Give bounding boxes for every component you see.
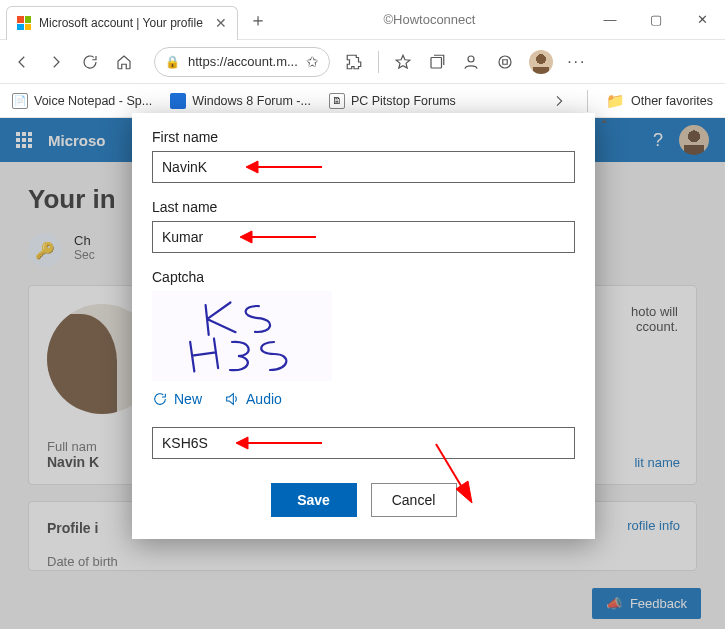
address-bar[interactable]: 🔒 https://account.m... ✩: [154, 47, 330, 77]
new-tab-button[interactable]: ＋: [244, 6, 272, 34]
shopping-button[interactable]: [495, 52, 515, 72]
account-button[interactable]: [461, 52, 481, 72]
bookmark-voice-notepad[interactable]: 📄 Voice Notepad - Sp...: [12, 93, 152, 109]
star-add-icon[interactable]: ✩: [306, 53, 319, 71]
url-text: https://account.m...: [188, 54, 298, 69]
profile-avatar[interactable]: [529, 50, 553, 74]
minimize-button[interactable]: —: [587, 0, 633, 40]
bookmarks-overflow-button[interactable]: [549, 91, 569, 111]
save-button[interactable]: Save: [271, 483, 357, 517]
captcha-audio-label: Audio: [246, 391, 282, 407]
page-icon: 📄: [12, 93, 28, 109]
maximize-button[interactable]: ▢: [633, 0, 679, 40]
captcha-audio-link[interactable]: Audio: [224, 391, 282, 407]
tab-title: Microsoft account | Your profile: [39, 16, 203, 30]
cancel-button[interactable]: Cancel: [371, 483, 457, 517]
scroll-up-icon[interactable]: ▴: [597, 113, 611, 127]
window-controls: — ▢ ✕: [587, 0, 725, 40]
captcha-new-label: New: [174, 391, 202, 407]
toolbar-divider: [378, 51, 379, 73]
last-name-input[interactable]: [152, 221, 575, 253]
file-icon: 🗎: [329, 93, 345, 109]
bookmark-windows8-forum[interactable]: Windows 8 Forum -...: [170, 93, 311, 109]
other-favorites-button[interactable]: 📁 Other favorites: [606, 92, 713, 110]
refresh-button[interactable]: [80, 52, 100, 72]
svg-point-2: [499, 56, 511, 68]
more-menu-button[interactable]: ···: [567, 52, 587, 72]
favorites-button[interactable]: [393, 52, 413, 72]
captcha-input[interactable]: [152, 427, 575, 459]
captcha-label: Captcha: [152, 269, 575, 285]
close-window-button[interactable]: ✕: [679, 0, 725, 40]
other-favorites-label: Other favorites: [631, 94, 713, 108]
browser-tab[interactable]: Microsoft account | Your profile ✕: [6, 6, 238, 40]
lock-icon: 🔒: [165, 55, 180, 69]
folder-icon: 📁: [606, 92, 625, 110]
extensions-button[interactable]: [344, 52, 364, 72]
close-tab-icon[interactable]: ✕: [215, 15, 227, 31]
first-name-input[interactable]: [152, 151, 575, 183]
collections-button[interactable]: [427, 52, 447, 72]
home-button[interactable]: [114, 52, 134, 72]
ms-logo-icon: [17, 16, 31, 30]
last-name-label: Last name: [152, 199, 575, 215]
bookmark-label: PC Pitstop Forums: [351, 94, 456, 108]
captcha-new-link[interactable]: New: [152, 391, 202, 407]
captcha-image: [152, 291, 332, 381]
first-name-label: First name: [152, 129, 575, 145]
edit-name-dialog: ▴ First name Last name Captcha: [132, 113, 595, 539]
browser-toolbar: 🔒 https://account.m... ✩ ···: [0, 40, 725, 84]
svg-rect-0: [431, 57, 442, 68]
bookmark-label: Windows 8 Forum -...: [192, 94, 311, 108]
dialog-button-row: Save Cancel: [152, 483, 575, 517]
refresh-icon: [152, 391, 168, 407]
back-button[interactable]: [12, 52, 32, 72]
site-icon: [170, 93, 186, 109]
bookmark-label: Voice Notepad - Sp...: [34, 94, 152, 108]
bookmark-pc-pitstop[interactable]: 🗎 PC Pitstop Forums: [329, 93, 456, 109]
browser-titlebar: Microsoft account | Your profile ✕ ＋ ©Ho…: [0, 0, 725, 40]
watermark-text: ©Howtoconnect: [272, 12, 587, 27]
svg-point-1: [468, 56, 474, 62]
dialog-scrollbar[interactable]: ▴: [597, 113, 611, 539]
bookmarks-divider: [587, 90, 588, 112]
audio-icon: [224, 391, 240, 407]
forward-button[interactable]: [46, 52, 66, 72]
